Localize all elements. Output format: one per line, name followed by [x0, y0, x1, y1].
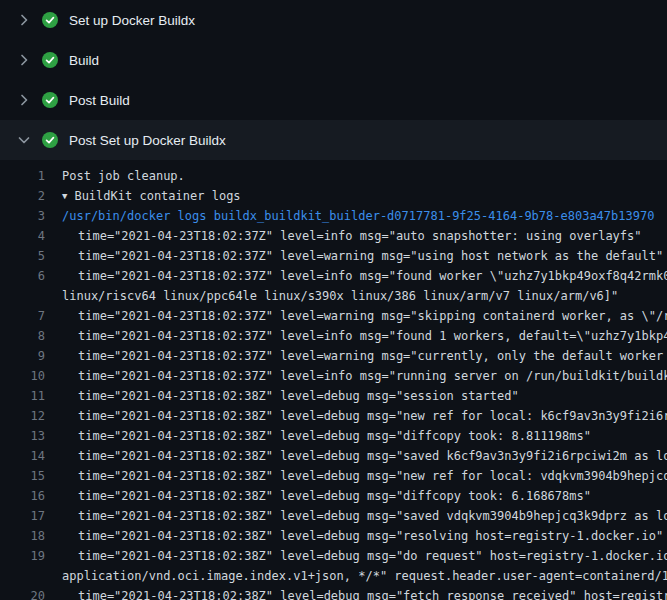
log-text: time="2021-04-23T18:02:38Z" level=debug …	[62, 386, 519, 406]
log-line: 6 time="2021-04-23T18:02:37Z" level=info…	[0, 266, 667, 286]
line-number-link[interactable]: 16	[0, 486, 62, 506]
job-steps-list: Set up Docker Buildx Build P	[0, 0, 667, 160]
chevron-down-icon	[16, 132, 32, 148]
step-row-set-up-docker-buildx[interactable]: Set up Docker Buildx	[0, 0, 667, 40]
log-text: time="2021-04-23T18:02:37Z" level=warnin…	[62, 306, 667, 326]
log-line: 3 /usr/bin/docker logs buildx_buildkit_b…	[0, 206, 667, 226]
line-number-link[interactable]: 5	[0, 246, 62, 266]
line-number-link[interactable]: 20	[0, 586, 62, 600]
line-number-link[interactable]: 19	[0, 546, 62, 566]
line-number-link[interactable]: 9	[0, 346, 62, 366]
log-line: 9 time="2021-04-23T18:02:37Z" level=warn…	[0, 346, 667, 366]
success-check-icon	[42, 12, 58, 28]
log-text: time="2021-04-23T18:02:38Z" level=debug …	[62, 426, 591, 446]
step-row-post-build[interactable]: Post Build	[0, 80, 667, 120]
log-line: 19 time="2021-04-23T18:02:38Z" level=deb…	[0, 546, 667, 566]
log-text: time="2021-04-23T18:02:38Z" level=debug …	[62, 506, 667, 526]
log-text: time="2021-04-23T18:02:38Z" level=debug …	[62, 546, 667, 566]
log-line: linux/riscv64 linux/ppc64le linux/s390x …	[0, 286, 667, 306]
log-line: 5 time="2021-04-23T18:02:37Z" level=warn…	[0, 246, 667, 266]
line-number-link[interactable]: 3	[0, 206, 62, 226]
log-text: time="2021-04-23T18:02:37Z" level=warnin…	[62, 346, 667, 366]
log-line: 11 time="2021-04-23T18:02:38Z" level=deb…	[0, 386, 667, 406]
step-title: Post Build	[69, 93, 130, 108]
log-text: time="2021-04-23T18:02:38Z" level=debug …	[62, 466, 667, 486]
step-title: Build	[69, 53, 99, 68]
line-number-link[interactable]: 8	[0, 326, 62, 346]
log-text: time="2021-04-23T18:02:37Z" level=info m…	[62, 366, 667, 386]
log-line: 1 Post job cleanup.	[0, 166, 667, 186]
log-line: 20 time="2021-04-23T18:02:38Z" level=deb…	[0, 586, 667, 600]
log-line: 8 time="2021-04-23T18:02:37Z" level=info…	[0, 326, 667, 346]
success-check-icon	[42, 132, 58, 148]
line-number-link[interactable]: 2	[0, 186, 62, 206]
log-text: time="2021-04-23T18:02:38Z" level=debug …	[62, 406, 667, 426]
log-line: 13 time="2021-04-23T18:02:38Z" level=deb…	[0, 426, 667, 446]
line-number-link[interactable]: 13	[0, 426, 62, 446]
log-text: Post job cleanup.	[62, 166, 185, 186]
log-text: time="2021-04-23T18:02:37Z" level=info m…	[62, 266, 667, 286]
line-number-link[interactable]: 7	[0, 306, 62, 326]
line-number-link[interactable]: 12	[0, 406, 62, 426]
log-text: time="2021-04-23T18:02:38Z" level=debug …	[62, 526, 663, 546]
log-panel: 1 Post job cleanup. 2 ▼BuildKit containe…	[0, 160, 667, 600]
log-line: 14 time="2021-04-23T18:02:38Z" level=deb…	[0, 446, 667, 466]
log-line: 2 ▼BuildKit container logs	[0, 186, 667, 206]
success-check-icon	[42, 92, 58, 108]
line-number-link[interactable]: 4	[0, 226, 62, 246]
chevron-right-icon	[16, 12, 32, 28]
line-number-link[interactable]: 6	[0, 266, 62, 286]
log-line: 7 time="2021-04-23T18:02:37Z" level=warn…	[0, 306, 667, 326]
log-text: time="2021-04-23T18:02:37Z" level=info m…	[62, 326, 667, 346]
log-text: linux/riscv64 linux/ppc64le linux/s390x …	[62, 286, 618, 306]
line-number-link[interactable]: 1	[0, 166, 62, 186]
line-number-link[interactable]: 15	[0, 466, 62, 486]
line-number-link[interactable]	[0, 566, 62, 586]
step-row-post-set-up-docker-buildx[interactable]: Post Set up Docker Buildx	[0, 120, 667, 160]
step-title: Post Set up Docker Buildx	[69, 133, 226, 148]
step-title: Set up Docker Buildx	[69, 13, 195, 28]
line-number-link[interactable]: 18	[0, 526, 62, 546]
log-text: application/vnd.oci.image.index.v1+json,…	[62, 566, 667, 586]
log-text: /usr/bin/docker logs buildx_buildkit_bui…	[62, 206, 654, 226]
log-text: time="2021-04-23T18:02:38Z" level=debug …	[62, 586, 667, 600]
line-number-link[interactable]: 14	[0, 446, 62, 466]
log-line: 10 time="2021-04-23T18:02:37Z" level=inf…	[0, 366, 667, 386]
log-text: time="2021-04-23T18:02:37Z" level=info m…	[62, 226, 642, 246]
log-text: time="2021-04-23T18:02:38Z" level=debug …	[62, 446, 667, 466]
line-number-link[interactable]: 11	[0, 386, 62, 406]
step-row-build[interactable]: Build	[0, 40, 667, 80]
log-line: application/vnd.oci.image.index.v1+json,…	[0, 566, 667, 586]
log-line: 16 time="2021-04-23T18:02:38Z" level=deb…	[0, 486, 667, 506]
log-line: 12 time="2021-04-23T18:02:38Z" level=deb…	[0, 406, 667, 426]
log-text: time="2021-04-23T18:02:37Z" level=warnin…	[62, 246, 663, 266]
workflow-log-viewer: Set up Docker Buildx Build P	[0, 0, 667, 600]
log-line: 15 time="2021-04-23T18:02:38Z" level=deb…	[0, 466, 667, 486]
log-text: time="2021-04-23T18:02:38Z" level=debug …	[62, 486, 591, 506]
log-text: ▼BuildKit container logs	[62, 186, 241, 206]
chevron-right-icon	[16, 92, 32, 108]
line-number-link[interactable]	[0, 286, 62, 306]
log-line: 4 time="2021-04-23T18:02:37Z" level=info…	[0, 226, 667, 246]
line-number-link[interactable]: 17	[0, 506, 62, 526]
success-check-icon	[42, 52, 58, 68]
log-line: 18 time="2021-04-23T18:02:38Z" level=deb…	[0, 526, 667, 546]
group-toggle-icon[interactable]: ▼	[62, 191, 67, 201]
chevron-right-icon	[16, 52, 32, 68]
log-line: 17 time="2021-04-23T18:02:38Z" level=deb…	[0, 506, 667, 526]
line-number-link[interactable]: 10	[0, 366, 62, 386]
